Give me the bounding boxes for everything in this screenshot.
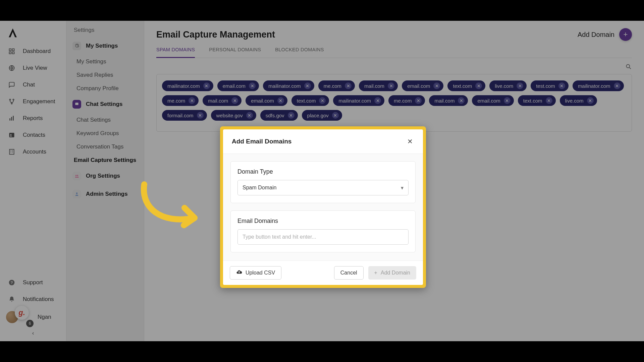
modal-header: Add Email Domains ✕ xyxy=(223,129,423,154)
close-icon[interactable]: ✕ xyxy=(406,136,414,147)
button-label: Upload CSV xyxy=(246,270,275,276)
upload-csv-button[interactable]: Upload CSV xyxy=(230,266,281,280)
cloud-upload-icon xyxy=(236,269,242,277)
cancel-button[interactable]: Cancel xyxy=(334,266,364,280)
modal-highlight-frame: Add Email Domains ✕ Domain Type Spam Dom… xyxy=(220,126,426,288)
email-domains-label: Email Domains xyxy=(237,218,409,225)
button-label: Add Domain xyxy=(381,270,410,276)
modal-title: Add Email Domains xyxy=(232,138,291,145)
add-domain-submit-button[interactable]: + Add Domain xyxy=(368,266,416,280)
plus-icon: + xyxy=(374,270,377,276)
email-domains-input[interactable] xyxy=(237,229,409,245)
domain-type-label: Domain Type xyxy=(237,168,409,175)
domain-type-card: Domain Type Spam Domain ▾ xyxy=(230,161,416,203)
domain-type-select[interactable]: Spam Domain ▾ xyxy=(237,180,409,195)
button-label: Cancel xyxy=(340,270,357,276)
email-domains-card: Email Domains xyxy=(230,210,416,252)
modal-footer: Upload CSV Cancel + Add Domain xyxy=(223,260,423,285)
domain-type-value: Spam Domain xyxy=(243,185,276,191)
add-email-domains-modal: Add Email Domains ✕ Domain Type Spam Dom… xyxy=(223,129,423,285)
modal-body: Domain Type Spam Domain ▾ Email Domains xyxy=(223,154,423,260)
chevron-down-icon: ▾ xyxy=(401,185,404,191)
app-root: Dashboard Live View Chat Engagement Repo… xyxy=(0,21,644,341)
